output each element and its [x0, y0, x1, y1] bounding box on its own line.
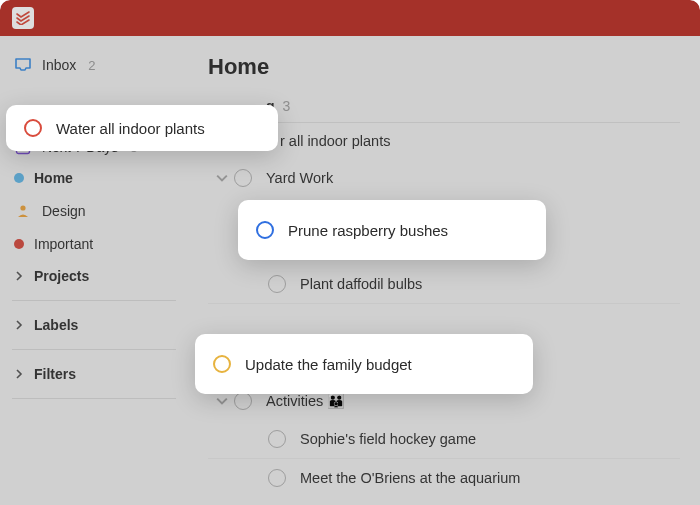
task-label: Activities 👪	[266, 393, 345, 410]
sidebar-group-label: Filters	[34, 366, 76, 382]
app-window: Inbox 2 Next 7 Days 8 Home	[0, 0, 700, 505]
task-row[interactable]: Plant daffodil bulbs	[208, 265, 680, 304]
highlight-card[interactable]: Water all indoor plants	[6, 105, 278, 151]
sidebar-project-label: Design	[42, 203, 86, 219]
app-logo[interactable]	[12, 7, 34, 29]
sidebar-project-label: Home	[34, 170, 73, 186]
task-label: Meet the O'Briens at the aquarium	[300, 470, 520, 486]
sidebar-project-label: Important	[34, 236, 93, 252]
section-count: 3	[283, 98, 291, 114]
task-checkbox[interactable]	[268, 469, 286, 487]
task-row-parent[interactable]: Yard Work	[208, 159, 680, 197]
highlight-label: Prune raspberry bushes	[288, 222, 448, 239]
section-header[interactable]: g 3	[208, 94, 680, 118]
task-checkbox[interactable]	[234, 392, 252, 410]
chevron-down-icon[interactable]	[216, 172, 228, 184]
project-dot	[14, 173, 24, 183]
task-checkbox[interactable]	[268, 430, 286, 448]
priority-circle-icon[interactable]	[256, 221, 274, 239]
priority-circle-icon[interactable]	[24, 119, 42, 137]
task-row[interactable]: Sophie's field hockey game	[208, 420, 680, 459]
sidebar-group-labels[interactable]: Labels	[0, 309, 188, 341]
task-checkbox[interactable]	[268, 275, 286, 293]
sidebar-project-important[interactable]: Important	[0, 228, 188, 260]
chevron-down-icon[interactable]	[216, 395, 228, 407]
task-label: Sophie's field hockey game	[300, 431, 476, 447]
task-row[interactable]: r all indoor plants	[208, 123, 680, 159]
task-row[interactable]: Meet the O'Briens at the aquarium	[208, 459, 680, 497]
person-icon	[14, 202, 32, 220]
highlight-card[interactable]: Update the family budget	[195, 334, 533, 394]
task-checkbox[interactable]	[234, 169, 252, 187]
chevron-right-icon	[14, 320, 24, 330]
page-title: Home	[208, 54, 680, 80]
sidebar-inbox-count: 2	[88, 58, 95, 73]
task-label: Yard Work	[266, 170, 333, 186]
highlight-card[interactable]: Prune raspberry bushes	[238, 200, 546, 260]
highlight-label: Update the family budget	[245, 356, 412, 373]
sidebar-project-home[interactable]: Home	[0, 162, 188, 194]
sidebar-group-label: Labels	[34, 317, 78, 333]
chevron-right-icon	[14, 271, 24, 281]
sidebar-inbox[interactable]: Inbox 2	[0, 50, 188, 80]
sidebar-project-design[interactable]: Design	[0, 194, 188, 228]
priority-circle-icon[interactable]	[213, 355, 231, 373]
project-dot	[14, 239, 24, 249]
chevron-right-icon	[14, 369, 24, 379]
task-label-fragment: r all indoor plants	[280, 133, 390, 149]
sidebar-group-label: Projects	[34, 268, 89, 284]
inbox-icon	[14, 56, 32, 74]
sidebar-inbox-label: Inbox	[42, 57, 76, 73]
svg-point-3	[20, 205, 25, 210]
sidebar-group-projects[interactable]: Projects	[0, 260, 188, 292]
topbar	[0, 0, 700, 36]
todoist-icon	[16, 11, 30, 25]
task-label: Plant daffodil bulbs	[300, 276, 422, 292]
highlight-label: Water all indoor plants	[56, 120, 205, 137]
sidebar-group-filters[interactable]: Filters	[0, 358, 188, 390]
